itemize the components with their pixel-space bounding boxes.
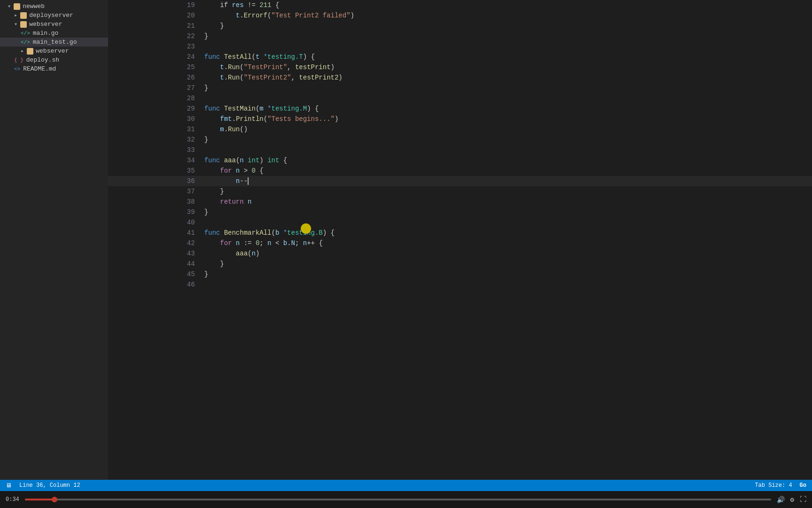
video-time: 0:34 (6, 496, 19, 503)
table-row: 24func TestAll(t *testing.T) { (108, 52, 812, 62)
table-row: 39} (108, 207, 812, 217)
code-editor[interactable]: 19 if res != 211 {20 t.Errorf("Test Prin… (108, 0, 812, 480)
file-go-test-icon: </> (21, 40, 30, 45)
table-row: 31 m.Run() (108, 124, 812, 135)
fullscreen-icon[interactable]: ⛶ (800, 496, 806, 503)
table-row: 28 (108, 93, 812, 103)
table-row: 23 (108, 41, 812, 52)
table-row: 45} (108, 269, 812, 279)
folder-closed-icon (14, 12, 17, 19)
table-row: 25 t.Run("TestPrint", testPrint) (108, 62, 812, 72)
sidebar-label-webserver: webserver (29, 21, 62, 28)
table-row: 20 t.Errorf("Test Print2 failed") (108, 10, 812, 21)
table-row: 46 (108, 279, 812, 290)
volume-icon[interactable]: 🔊 (777, 496, 785, 504)
table-row: 27} (108, 83, 812, 93)
language-label: Go (800, 482, 806, 489)
progress-dot (52, 497, 57, 502)
folder-color-icon-2 (20, 12, 27, 19)
folder-closed-icon-2 (21, 48, 24, 55)
sidebar-label-deployserver: deployserver (29, 12, 73, 19)
folder-color-icon-4 (27, 48, 33, 55)
file-sh-icon: { } (14, 57, 23, 63)
table-row: 26 t.Run("TestPrint2", testPrint2) (108, 72, 812, 83)
sidebar-item-deployserver[interactable]: deployserver (0, 11, 108, 20)
table-row: 30 fmt.Println("Tests begins...") (108, 114, 812, 124)
sidebar-item-main-go[interactable]: </> main.go (0, 29, 108, 38)
code-table: 19 if res != 211 {20 t.Errorf("Test Prin… (108, 0, 812, 290)
table-row: 19 if res != 211 { (108, 0, 812, 10)
sidebar-label-deploy-sh: deploy.sh (26, 56, 59, 64)
table-row: 44 } (108, 259, 812, 269)
sidebar-label-main-go: main.go (33, 30, 59, 37)
text-cursor (248, 177, 249, 185)
table-row: 42 for n := 0; n < b.N; n++ { (108, 238, 812, 248)
file-md-icon: <> (14, 66, 20, 72)
sidebar-label-newweb: newweb (23, 3, 45, 10)
sidebar-label-readme-md: README.md (23, 65, 56, 72)
table-row: 35 for n > 0 { (108, 166, 812, 176)
sidebar-item-newweb[interactable]: newweb (0, 2, 108, 11)
sidebar-item-readme-md[interactable]: <> README.md (0, 64, 108, 73)
table-row: 29func TestMain(m *testing.M) { (108, 103, 812, 114)
tab-size-label: Tab Size: 4 (755, 482, 792, 489)
status-right: Tab Size: 4 Go (755, 482, 806, 489)
progress-bar[interactable] (25, 499, 771, 500)
settings-icon[interactable]: ⚙ (790, 496, 794, 504)
table-row: 43 aaa(n) (108, 248, 812, 259)
monitor-icon: 🖥 (6, 482, 12, 489)
cursor-position: Line 36, Column 12 (19, 482, 80, 489)
table-row: 22} (108, 31, 812, 41)
folder-color-icon (14, 3, 20, 10)
sidebar: newweb deployserver webserver </> main.g… (0, 0, 108, 480)
sidebar-label-main-test-go: main_test.go (33, 39, 77, 46)
video-bar: 0:34 🔊 ⚙ ⛶ (0, 491, 812, 508)
table-row: 37 } (108, 186, 812, 197)
table-row: 36 n-- (108, 176, 812, 186)
sidebar-item-deploy-sh[interactable]: { } deploy.sh (0, 56, 108, 64)
file-go-icon: </> (21, 31, 30, 36)
table-row: 38 return n (108, 197, 812, 207)
sidebar-item-main-test-go[interactable]: </> main_test.go (0, 38, 108, 47)
table-row: 21 } (108, 21, 812, 31)
table-row: 41func BenchmarkAll(b *testing.B) { (108, 228, 812, 238)
main-container: newweb deployserver webserver </> main.g… (0, 0, 812, 480)
status-left: 🖥 Line 36, Column 12 (6, 482, 80, 489)
folder-color-icon-3 (20, 21, 27, 28)
sidebar-item-webserver2[interactable]: webserver (0, 47, 108, 56)
progress-fill (25, 499, 55, 500)
table-row: 32} (108, 135, 812, 145)
status-bar: 🖥 Line 36, Column 12 Tab Size: 4 Go (0, 480, 812, 491)
table-row: 34func aaa(n int) int { (108, 155, 812, 166)
folder-open-icon-2 (14, 21, 17, 28)
table-row: 40 (108, 217, 812, 228)
sidebar-item-webserver[interactable]: webserver (0, 20, 108, 29)
sidebar-label-webserver2: webserver (36, 48, 69, 55)
table-row: 33 (108, 145, 812, 155)
folder-open-icon (8, 3, 11, 10)
